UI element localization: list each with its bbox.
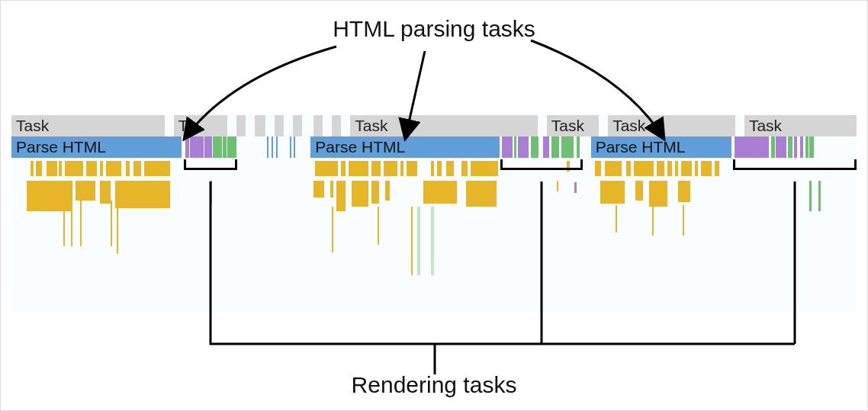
render-task-bar (190, 136, 204, 158)
bottom-label: Rendering tasks (352, 372, 517, 398)
task-block (284, 115, 293, 136)
render-task-bar (561, 136, 574, 158)
bracket (184, 159, 237, 170)
render-task-bar (776, 136, 786, 158)
parse-html-block: Parse HTML (11, 136, 182, 158)
render-task-bar (227, 136, 236, 158)
task-block (275, 115, 284, 136)
render-task-bar (805, 136, 809, 158)
render-task-bar (794, 136, 797, 158)
render-task-bar (788, 136, 792, 158)
bracket (733, 159, 857, 170)
task-block (165, 115, 174, 136)
parse-html-block: Parse HTML (591, 136, 732, 158)
task-block (246, 115, 255, 136)
task-block (293, 115, 302, 136)
render-task-bar (213, 136, 222, 158)
task-block (341, 115, 350, 136)
render-task-bar (551, 136, 559, 158)
render-task-bar (290, 136, 291, 158)
bracket (500, 159, 583, 170)
render-task-bar (294, 136, 295, 158)
render-task-bar (267, 136, 268, 158)
task-block (323, 115, 332, 136)
render-task-bar (800, 136, 803, 158)
render-task-bar (577, 136, 580, 158)
parse-html-block: Parse HTML (310, 136, 500, 158)
render-task-bar (185, 136, 189, 158)
task-block: Task (11, 115, 165, 136)
render-task-bar (531, 136, 538, 158)
task-block: Task (608, 115, 735, 136)
render-task-bar (276, 136, 278, 158)
task-block: Task (744, 115, 857, 136)
task-block (599, 115, 608, 136)
task-block (332, 115, 341, 136)
render-task-bar (272, 136, 273, 158)
task-block (302, 115, 314, 136)
task-block: T… (174, 115, 227, 136)
task-block (255, 115, 265, 136)
render-task-bar (809, 136, 814, 158)
task-row: TaskT…TaskTaskTaskTask (11, 115, 857, 136)
flame-detail-area (11, 161, 857, 313)
task-block (236, 115, 246, 136)
task-block (538, 115, 547, 136)
render-task-bar (223, 136, 227, 158)
task-block: Task (547, 115, 599, 136)
render-task-bar (543, 136, 549, 158)
task-block (313, 115, 323, 136)
render-task-bar (735, 136, 769, 158)
profiler-chart: TaskT…TaskTaskTaskTask Parse HTMLParse H… (11, 115, 857, 313)
render-task-bar (502, 136, 513, 158)
render-task-bar (204, 136, 212, 158)
render-task-bar (514, 136, 516, 158)
task-block (265, 115, 275, 136)
render-task-bar (518, 136, 529, 158)
parse-row: Parse HTMLParse HTMLParse HTML (11, 136, 857, 158)
task-block: Task (350, 115, 538, 136)
task-block (735, 115, 744, 136)
task-block (227, 115, 236, 136)
render-task-bar (771, 136, 775, 158)
top-label: HTML parsing tasks (333, 16, 535, 42)
